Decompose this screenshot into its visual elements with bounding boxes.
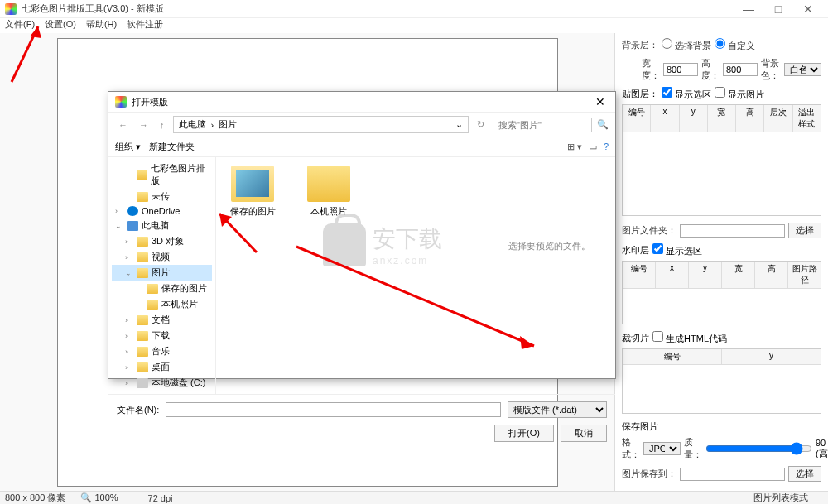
chk-show-selection-2[interactable]: 显示选区 [652,243,702,257]
search-input[interactable] [493,118,592,132]
watermark-layer-label: 水印层 [622,244,649,257]
app-icon [5,3,17,15]
cancel-button[interactable]: 取消 [561,425,607,442]
folder-icon [231,166,274,202]
open-button[interactable]: 打开(O) [494,425,554,442]
tree-item[interactable]: ›音乐 [112,343,212,359]
tree-item[interactable]: 保存的图片 [112,281,212,296]
save-section-label: 保存图片 [622,420,821,433]
preview-hint: 选择要预览的文件。 [508,240,590,252]
filename-input[interactable] [166,402,501,417]
tree-item[interactable]: ⌄此电脑 [112,218,212,233]
file-item-camera-roll[interactable]: 本机照片 [301,166,357,218]
file-list[interactable]: 保存的图片 本机照片 选择要预览的文件。 [216,157,615,394]
tree-item[interactable]: ›OneDrive [112,204,212,218]
refresh-icon[interactable]: ↻ [474,119,488,130]
dialog-title: 打开模版 [132,96,592,108]
nav-up-icon[interactable]: ↑ [156,120,168,130]
status-mode: 图片列表模式 [753,492,808,504]
maximize-icon[interactable]: □ [763,2,793,16]
save-to-label: 图片保存到： [622,468,676,480]
menu-help[interactable]: 帮助(H) [86,18,117,33]
menu-settings[interactable]: 设置(O) [45,18,76,33]
height-label: 高度： [701,57,720,82]
tree-item[interactable]: 未传 [112,189,212,204]
crop-label: 裁切片 [622,332,649,344]
format-select[interactable]: JPG [643,442,681,455]
width-label: 宽度： [642,57,660,82]
select-folder-button[interactable]: 选择 [788,223,821,238]
status-zoom: 🔍 100% [80,492,132,503]
tree-item[interactable]: ⌄图片 [112,265,212,281]
width-input[interactable] [663,63,698,76]
paste-layer-table[interactable]: 编号xy宽高层次溢出样式 [622,104,821,216]
folder-icon [307,166,350,202]
preview-pane-icon[interactable]: ▭ [589,142,597,152]
menu-file[interactable]: 文件(F) [5,18,35,33]
search-icon[interactable]: 🔍 [597,119,609,130]
format-label: 格式： [622,436,640,461]
chk-show-image[interactable]: 显示图片 [715,87,764,101]
minimize-icon[interactable]: — [734,2,763,16]
quality-label: 质量： [684,436,702,461]
help-icon[interactable]: ? [604,142,609,152]
radio-select-bg[interactable]: 选择背景 [662,38,711,52]
status-size: 800 x 800 像素 [5,492,65,504]
filename-label: 文件名(N): [117,404,159,416]
status-dpi: 72 dpi [148,493,173,503]
side-panel: 背景层： 选择背景 自定义 宽度： 高度： 背景色： 白色 贴图层： 显示选区 … [614,33,828,491]
tree-item[interactable]: 本机照片 [112,296,212,312]
filetype-select[interactable]: 模版文件 (*.dat) [508,401,607,418]
quality-slider[interactable] [705,442,812,455]
bgcolor-select[interactable]: 白色 [784,63,821,76]
breadcrumb[interactable]: 此电脑›图片 ⌄ [173,116,469,133]
radio-custom[interactable]: 自定义 [715,38,755,52]
height-input[interactable] [723,63,758,76]
tree-item[interactable]: 七彩色图片排版 [112,161,212,189]
dialog-icon [115,96,127,108]
dialog-close-icon[interactable]: ✕ [592,95,609,108]
nav-forward-icon[interactable]: → [136,120,152,130]
quality-value: 90 (高) [816,438,828,460]
bgcolor-label: 背景色： [761,57,781,82]
img-folder-input[interactable] [680,224,785,238]
save-to-input[interactable] [680,468,785,481]
file-item-saved-pictures[interactable]: 保存的图片 [224,166,281,218]
tree-item[interactable]: ›下载 [112,328,212,343]
statusbar: 800 x 800 像素 🔍 100% 72 dpi 图片列表模式 [0,491,828,504]
close-icon[interactable]: ✕ [793,2,823,16]
tree-item[interactable]: ›桌面 [112,359,212,375]
menu-register[interactable]: 软件注册 [127,18,163,33]
tree-item[interactable]: ›视频 [112,249,212,265]
app-title: 七彩色图片排版工具(V3.0) - 新模版 [22,2,734,15]
bg-layer-label: 背景层： [622,39,658,51]
select-save-button[interactable]: 选择 [788,466,821,482]
tree-item[interactable]: ›文档 [112,312,212,328]
chk-gen-html[interactable]: 生成HTML代码 [652,331,727,345]
new-folder-button[interactable]: 新建文件夹 [149,141,195,153]
menubar: 文件(F) 设置(O) 帮助(H) 软件注册 [0,18,828,33]
watermark-table[interactable]: 编号xy宽高图片路径 [622,261,821,324]
tree-item[interactable]: ›3D 对象 [112,233,212,249]
organize-menu[interactable]: 组织 ▾ [115,141,141,153]
chk-show-selection[interactable]: 显示选区 [662,87,711,101]
open-file-dialog: 打开模版 ✕ ← → ↑ 此电脑›图片 ⌄ ↻ 🔍 组织 ▾ 新建文件夹 ⊞ ▾… [108,91,616,379]
tree-item[interactable]: ›本地磁盘 (C:) [112,375,212,391]
img-folder-label: 图片文件夹： [622,224,676,237]
paste-layer-label: 贴图层： [622,88,658,100]
titlebar: 七彩色图片排版工具(V3.0) - 新模版 — □ ✕ [0,0,828,18]
view-options-icon[interactable]: ⊞ ▾ [567,142,582,152]
crop-table[interactable]: 编号y [622,348,821,414]
nav-back-icon[interactable]: ← [115,120,131,130]
folder-tree[interactable]: 七彩色图片排版未传›OneDrive⌄此电脑›3D 对象›视频⌄图片保存的图片本… [108,157,216,394]
